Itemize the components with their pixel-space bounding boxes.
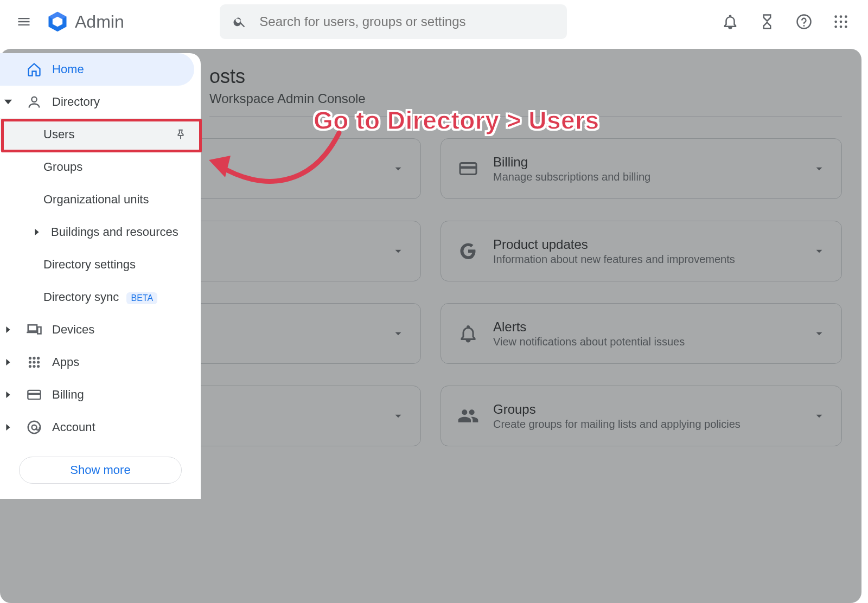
- caret-right-icon: [5, 392, 11, 398]
- svg-point-27: [28, 421, 41, 434]
- svg-point-23: [33, 365, 35, 368]
- svg-point-15: [31, 97, 36, 102]
- sidebar-item-label: Directory settings: [43, 258, 201, 272]
- sidebar-item-label: Devices: [52, 323, 201, 337]
- sidebar-item-users[interactable]: Users: [0, 118, 201, 151]
- svg-point-9: [845, 21, 847, 23]
- logo-group[interactable]: Admin: [46, 10, 124, 34]
- notifications-button[interactable]: [720, 12, 740, 31]
- svg-point-7: [834, 21, 837, 23]
- sidebar-item-label: Organizational units: [43, 193, 201, 207]
- devices-icon: [26, 322, 42, 338]
- caret-right-icon: [5, 326, 11, 333]
- sidebar-item-directory[interactable]: Directory: [0, 86, 201, 118]
- svg-rect-26: [28, 393, 40, 395]
- sidebar-item-apps[interactable]: Apps: [0, 346, 201, 379]
- caret-right-icon: [34, 229, 40, 235]
- person-icon: [27, 94, 42, 110]
- sidebar-item-label: Apps: [52, 355, 201, 369]
- apps-grid-icon: [833, 14, 848, 29]
- svg-point-12: [845, 25, 847, 28]
- sidebar-item-label: Directory: [52, 95, 201, 109]
- search-input[interactable]: [259, 14, 553, 29]
- search-icon: [233, 14, 247, 29]
- sidebar-item-devices[interactable]: Devices: [0, 313, 201, 346]
- caret-down-icon: [4, 98, 12, 106]
- beta-badge: BETA: [126, 292, 157, 304]
- hourglass-icon: [759, 14, 775, 30]
- svg-point-18: [37, 357, 40, 360]
- caret-right-icon: [5, 424, 11, 431]
- pin-icon: [175, 129, 187, 140]
- sidebar-item-directory-sync[interactable]: Directory sync BETA: [0, 281, 201, 313]
- sidebar-item-billing[interactable]: Billing: [0, 379, 201, 411]
- svg-point-20: [33, 361, 35, 363]
- show-more-label: Show more: [70, 463, 130, 477]
- caret-right-icon: [5, 359, 11, 365]
- tasks-button[interactable]: [757, 12, 777, 31]
- admin-logo-icon: [46, 10, 69, 34]
- help-icon: [796, 14, 812, 30]
- bell-icon: [722, 14, 738, 30]
- header-bar: Admin: [0, 0, 868, 43]
- svg-point-19: [29, 361, 31, 363]
- sidebar-item-account[interactable]: Account: [0, 411, 201, 444]
- help-button[interactable]: [794, 12, 814, 31]
- svg-point-11: [840, 25, 843, 28]
- sidebar-item-groups[interactable]: Groups: [0, 151, 201, 183]
- sidebar-item-label: Directory sync: [43, 290, 119, 304]
- apps-launcher-button[interactable]: [831, 12, 851, 31]
- sidebar-item-home[interactable]: Home: [0, 53, 194, 86]
- svg-point-6: [845, 15, 847, 18]
- show-more-button[interactable]: Show more: [19, 457, 182, 484]
- sidebar-item-buildings[interactable]: Buildings and resources: [0, 216, 201, 248]
- svg-point-5: [840, 15, 843, 18]
- pin-button[interactable]: [175, 129, 187, 140]
- at-sign-icon: [26, 419, 42, 435]
- svg-point-16: [29, 357, 31, 360]
- svg-point-4: [834, 15, 837, 18]
- sidebar-item-label: Buildings and resources: [51, 225, 201, 239]
- credit-card-icon: [27, 387, 42, 402]
- app-name: Admin: [75, 12, 124, 32]
- svg-point-8: [840, 21, 843, 23]
- home-icon: [27, 62, 42, 77]
- annotation-text: Go to Directory > Users: [314, 106, 599, 135]
- hamburger-menu-button[interactable]: [11, 9, 37, 35]
- svg-point-21: [37, 361, 40, 363]
- sidebar-item-org-units[interactable]: Organizational units: [0, 183, 201, 216]
- search-bar[interactable]: [220, 4, 567, 39]
- svg-point-10: [834, 25, 837, 28]
- hamburger-icon: [16, 14, 31, 29]
- apps-grid-icon: [27, 355, 41, 369]
- svg-point-22: [29, 365, 31, 368]
- sidebar-item-label: Groups: [43, 160, 201, 174]
- sidebar-item-label: Home: [52, 62, 194, 76]
- sidebar-item-label: Account: [52, 420, 201, 434]
- sidebar-item-label: Billing: [52, 388, 201, 402]
- svg-point-24: [37, 365, 40, 368]
- svg-point-17: [33, 357, 35, 360]
- sidebar-item-directory-settings[interactable]: Directory settings: [0, 248, 201, 281]
- svg-point-28: [32, 425, 37, 430]
- sidebar: Home Directory Users Groups Organization…: [0, 53, 201, 499]
